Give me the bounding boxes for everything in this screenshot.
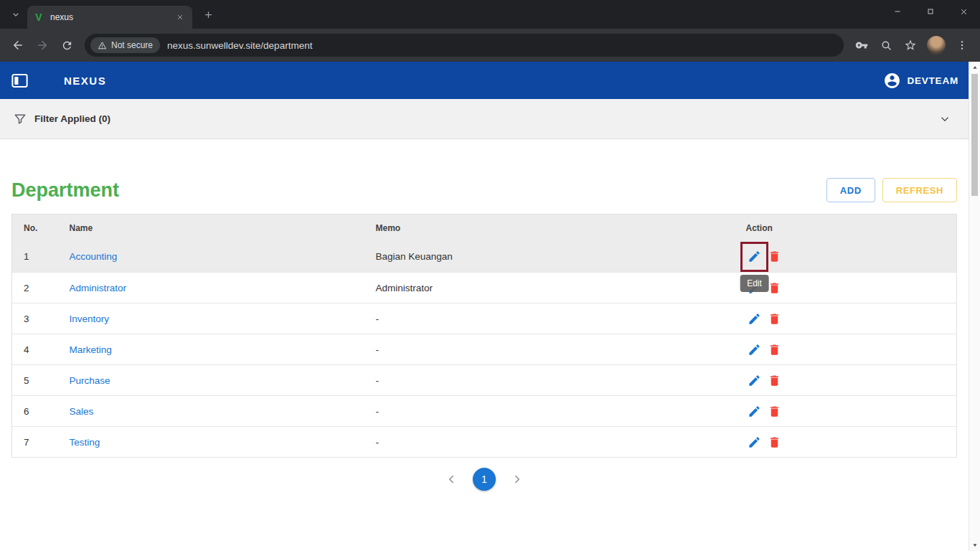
page-title: Department — [11, 179, 119, 202]
browser-tab[interactable]: V nexus — [27, 6, 192, 29]
row-no: 6 — [12, 396, 58, 427]
table-row: 2 Administrator Administrator — [12, 273, 957, 303]
department-link[interactable]: Inventory — [70, 314, 110, 324]
filter-expand-chevron-icon[interactable] — [934, 108, 956, 130]
site-favicon: V — [33, 11, 44, 23]
password-key-icon[interactable] — [849, 33, 874, 57]
search-zoom-icon[interactable] — [874, 33, 898, 57]
row-no: 7 — [12, 427, 58, 458]
user-label: DEVTEAM — [907, 75, 958, 86]
browser-toolbar: Not secure nexus.sunwelldev.site/departm… — [0, 29, 980, 62]
delete-icon[interactable] — [765, 402, 783, 420]
address-bar[interactable]: Not secure nexus.sunwelldev.site/departm… — [85, 34, 844, 57]
delete-icon[interactable] — [765, 248, 783, 265]
header-name: Name — [58, 215, 364, 242]
forward-icon[interactable] — [30, 33, 55, 57]
row-memo: - — [364, 365, 735, 396]
department-link[interactable]: Purchase — [70, 375, 110, 386]
delete-icon[interactable] — [765, 310, 783, 327]
sidebar-toggle-icon[interactable] — [10, 71, 29, 90]
close-window-icon[interactable] — [947, 0, 980, 23]
filter-label: Filter Applied (0) — [34, 113, 934, 124]
scroll-down-icon[interactable] — [969, 540, 980, 551]
table-row: 3 Inventory - — [12, 303, 957, 334]
tab-search-icon[interactable] — [6, 4, 26, 24]
app-bar: NEXUS DEVTEAM — [0, 62, 969, 99]
url-text: nexus.sunwelldev.site/department — [167, 40, 312, 51]
page-scrollbar[interactable] — [969, 62, 980, 551]
department-link[interactable]: Sales — [70, 406, 94, 417]
row-no: 3 — [12, 303, 58, 334]
row-memo: - — [364, 396, 735, 427]
filter-bar: Filter Applied (0) — [0, 99, 969, 139]
filter-funnel-icon — [13, 112, 27, 126]
account-icon — [883, 72, 901, 90]
row-no: 2 — [12, 273, 58, 303]
table-row: 7 Testing - — [12, 427, 957, 458]
header-memo: Memo — [364, 215, 735, 242]
department-link[interactable]: Accounting — [70, 251, 118, 262]
minimize-icon[interactable] — [881, 0, 914, 23]
edit-icon[interactable] — [746, 341, 763, 358]
delete-icon[interactable] — [765, 433, 783, 451]
toolbar-right-icons — [849, 33, 974, 57]
table-row: 1 Accounting Bagian Keuangan Edit — [12, 242, 957, 273]
scrollbar-thumb[interactable] — [971, 74, 978, 196]
table-row: 6 Sales - — [12, 396, 957, 427]
row-memo: - — [364, 303, 735, 334]
department-link[interactable]: Marketing — [70, 344, 112, 355]
refresh-button[interactable]: REFRESH — [882, 178, 957, 202]
delete-icon[interactable] — [765, 372, 783, 389]
add-button[interactable]: ADD — [826, 178, 875, 202]
browser-tab-bar: V nexus — [0, 0, 980, 29]
edit-icon[interactable] — [746, 433, 763, 451]
back-icon[interactable] — [6, 33, 30, 57]
table-row: 5 Purchase - — [12, 365, 957, 396]
row-no: 5 — [12, 365, 58, 396]
browser-menu-kebab-icon[interactable] — [950, 33, 974, 57]
next-page-icon[interactable] — [506, 468, 529, 491]
main-content: Department ADD REFRESH No. Name Memo Act… — [0, 139, 969, 491]
not-secure-badge[interactable]: Not secure — [90, 37, 160, 53]
page-number-button[interactable]: 1 — [473, 468, 496, 491]
edit-icon[interactable]: Edit — [746, 248, 763, 265]
header-action: Action — [735, 215, 957, 242]
window-controls — [881, 0, 980, 23]
table-row: 4 Marketing - — [12, 334, 957, 365]
reload-icon[interactable] — [55, 33, 79, 57]
header-no: No. — [12, 215, 58, 242]
row-memo: Administrator — [364, 273, 735, 303]
maximize-icon[interactable] — [914, 0, 947, 23]
warning-icon — [98, 41, 107, 50]
department-link[interactable]: Testing — [70, 437, 100, 448]
delete-icon[interactable] — [765, 341, 783, 358]
department-table: No. Name Memo Action 1 Accounting Bagian… — [11, 214, 957, 458]
bookmark-star-icon[interactable] — [898, 33, 923, 57]
row-memo: - — [364, 334, 735, 365]
edit-tooltip: Edit — [740, 275, 769, 292]
app-title: NEXUS — [64, 75, 106, 87]
edit-icon[interactable] — [746, 310, 763, 327]
tab-close-icon[interactable] — [174, 11, 187, 24]
scroll-up-icon[interactable] — [969, 62, 980, 73]
row-no: 1 — [12, 242, 58, 273]
row-memo: Bagian Keuangan — [364, 242, 735, 273]
edit-icon[interactable] — [746, 372, 763, 389]
previous-page-icon[interactable] — [440, 468, 463, 491]
row-no: 4 — [12, 334, 58, 365]
new-tab-icon[interactable] — [198, 4, 218, 24]
edit-icon[interactable] — [746, 402, 763, 420]
row-memo: - — [364, 427, 735, 458]
department-link[interactable]: Administrator — [70, 283, 127, 293]
tab-title: nexus — [50, 12, 174, 22]
user-menu[interactable]: DEVTEAM — [883, 72, 958, 90]
pagination: 1 — [11, 468, 957, 491]
table-header-row: No. Name Memo Action — [12, 215, 957, 242]
security-label: Not secure — [111, 40, 153, 50]
page-viewport: NEXUS DEVTEAM Filter Applied (0) Departm… — [0, 62, 969, 551]
profile-avatar[interactable] — [927, 36, 946, 55]
